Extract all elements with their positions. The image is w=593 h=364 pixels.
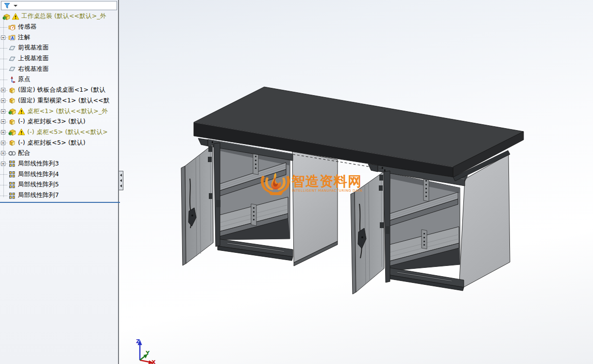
tree-item-label: (-) 桌柜封板<5> (默认) <box>18 139 85 147</box>
svg-text:!: ! <box>20 110 22 115</box>
origin-icon <box>8 76 16 83</box>
part-icon <box>8 86 16 94</box>
feature-tree: !工作桌总装 (默认<<默认>_外 传感器+ A注解 前视基准面 上视基准面 右… <box>0 11 118 200</box>
expander-icon[interactable]: + <box>1 35 5 40</box>
orientation-triad: Z Y X <box>136 338 156 364</box>
tree-item[interactable]: + (-) 桌柜封板<5> (默认) <box>0 137 118 148</box>
tree-item-label: (固定) 铁板合成桌面<1> (默认 <box>18 86 105 94</box>
annotations-icon: A <box>8 33 16 41</box>
tree-indent <box>1 67 5 71</box>
tree-item-label: 工作桌总装 (默认<<默认>_外 <box>21 12 106 20</box>
tree-item[interactable]: 前视基准面 <box>0 43 118 53</box>
expander-icon[interactable]: + <box>1 119 5 124</box>
tree-item[interactable]: + 配合 <box>0 148 118 159</box>
tree-item[interactable]: 右视基准面 <box>0 64 118 74</box>
expander-icon[interactable]: + <box>1 151 5 155</box>
right-door-hinge-top <box>379 175 383 181</box>
tree-item-label: (-) 桌柜<5> (默认<<默认> <box>27 128 108 136</box>
plane-icon <box>8 55 16 63</box>
watermark-title: 智造资料网 <box>291 173 362 189</box>
left-door-hinge-low <box>209 193 212 199</box>
right-door-keyhole <box>361 236 363 238</box>
left-door-hinge-top <box>208 146 212 152</box>
plane-icon <box>8 65 16 73</box>
tree-item-label: 局部线性阵列4 <box>18 170 59 179</box>
left-cabinet-door[interactable] <box>181 145 213 265</box>
tree-indent <box>1 172 5 177</box>
tree-bottom-divider <box>0 202 120 203</box>
tree-item[interactable]: 传感器 <box>0 22 118 33</box>
mates-icon <box>8 149 16 157</box>
collapse-arrow-icon <box>120 184 122 187</box>
tree-item-label: 上视基准面 <box>18 54 49 63</box>
tree-item[interactable]: 原点 <box>0 74 118 85</box>
expander-icon[interactable]: + <box>1 130 5 134</box>
tree-item-label: (-) 桌柜封板<3> (默认) <box>18 117 85 126</box>
filter-bar[interactable] <box>1 1 117 10</box>
tree-item[interactable]: + !(-) 桌柜<5> (默认<<默认> <box>0 127 118 138</box>
tree-indent <box>1 182 5 187</box>
part-icon <box>8 118 16 126</box>
expander-icon[interactable]: + <box>1 88 5 92</box>
expander-icon[interactable]: + <box>1 109 5 114</box>
sensors-icon <box>8 23 16 31</box>
tree-item-label: 注解 <box>18 33 30 42</box>
left-door-hinge-mid <box>208 157 212 162</box>
panel-splitter[interactable] <box>119 171 123 190</box>
assembly-icon <box>8 107 16 115</box>
tree-item[interactable]: 局部线性阵列7 <box>0 190 118 201</box>
tree-indent <box>1 56 5 61</box>
tree-item[interactable]: 局部线性阵列4 <box>0 169 118 180</box>
tree-item[interactable]: 局部线性阵列5 <box>0 180 118 190</box>
warning-icon: ! <box>17 107 25 115</box>
tree-item[interactable]: + (固定) 铁板合成桌面<1> (默认 <box>0 85 118 96</box>
expander-icon[interactable]: + <box>1 99 5 103</box>
expander-icon[interactable]: + <box>1 162 5 166</box>
svg-text:A: A <box>11 36 14 41</box>
pattern-icon <box>8 192 16 199</box>
svg-text:!: ! <box>20 131 22 135</box>
tree-item[interactable]: + 局部线性阵列3 <box>0 159 118 169</box>
tree-item-label: (固定) 重型横梁<1> (默认<<默 <box>18 97 110 105</box>
x-axis-label: X <box>152 359 156 364</box>
left-door-keyhole <box>191 215 193 216</box>
tree-indent <box>1 46 5 50</box>
tree-item-label: 右视基准面 <box>18 65 49 73</box>
right-door-hinge-low <box>380 222 384 228</box>
right-cabinet[interactable] <box>351 154 510 294</box>
tree-item[interactable]: + !桌柜<1> (默认<<默认>_外 <box>0 106 118 116</box>
tree-item[interactable]: + (固定) 重型横梁<1> (默认<<默 <box>0 96 118 106</box>
tree-item-label: 原点 <box>18 75 30 83</box>
collapse-arrow-icon <box>120 174 122 177</box>
tree-indent <box>1 25 5 29</box>
tree-item[interactable]: + A注解 <box>0 32 118 43</box>
tree-item-label: 局部线性阵列5 <box>18 181 59 189</box>
tree-item-label: 局部线性阵列7 <box>18 191 59 199</box>
watermark-subtitle: INTELLIGENT MANUFACTURING DATA <box>292 189 362 193</box>
plane-icon <box>8 44 16 52</box>
tree-item-label: 桌柜<1> (默认<<默认>_外 <box>27 107 108 116</box>
left-door-face <box>185 145 213 264</box>
pattern-icon <box>8 181 16 189</box>
tree-item-label: 传感器 <box>18 23 36 31</box>
tree-indent <box>1 77 5 82</box>
part-icon <box>8 139 16 147</box>
feature-manager-panel: !工作桌总装 (默认<<默认>_外 传感器+ A注解 前视基准面 上视基准面 右… <box>0 0 118 364</box>
tree-item-label: 配合 <box>18 149 30 157</box>
right-door-hinge-mid <box>379 185 383 191</box>
collapse-arrow-icon <box>120 179 122 182</box>
left-cabinet[interactable] <box>181 138 338 266</box>
expander-icon[interactable]: + <box>1 141 5 145</box>
filter-dropdown-caret[interactable] <box>14 5 17 7</box>
tree-item[interactable]: !工作桌总装 (默认<<默认>_外 <box>0 11 118 22</box>
tree-item[interactable]: 上视基准面 <box>0 53 118 64</box>
warning-icon: ! <box>17 128 25 136</box>
y-axis-label: Y <box>145 350 150 356</box>
tree-item[interactable]: + (-) 桌柜封板<3> (默认) <box>0 116 118 127</box>
tree-indent <box>1 193 5 198</box>
left-door-catch <box>216 200 220 207</box>
left-cabinet-post <box>214 143 220 247</box>
pattern-icon <box>8 170 16 178</box>
z-axis-label: Z <box>136 338 140 345</box>
right-door-catch <box>386 226 390 234</box>
